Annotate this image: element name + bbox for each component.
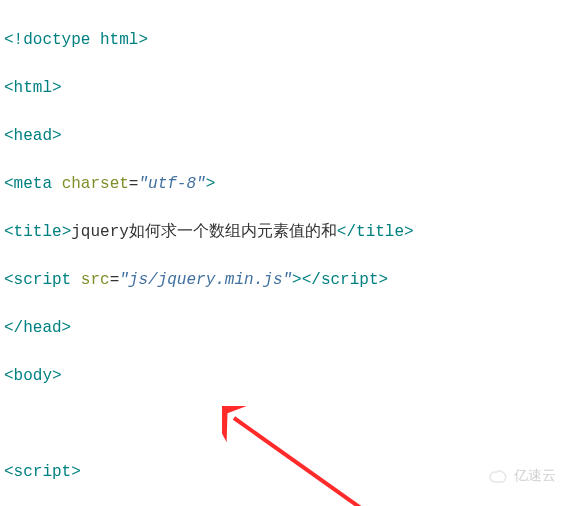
code-block: <!doctype html> <html> <head> <meta char… [0, 0, 564, 506]
code-line: <script src="js/jquery.min.js"></script> [4, 268, 560, 292]
code-line: <!doctype html> [4, 28, 560, 52]
code-line: <head> [4, 124, 560, 148]
code-line: <meta charset="utf-8"> [4, 172, 560, 196]
blank-line [4, 412, 560, 436]
code-line: <script> [4, 460, 560, 484]
code-line: <body> [4, 364, 560, 388]
code-line: <title>jquery如何求一个数组内元素值的和</title> [4, 220, 560, 244]
code-line: <html> [4, 76, 560, 100]
code-line: </head> [4, 316, 560, 340]
